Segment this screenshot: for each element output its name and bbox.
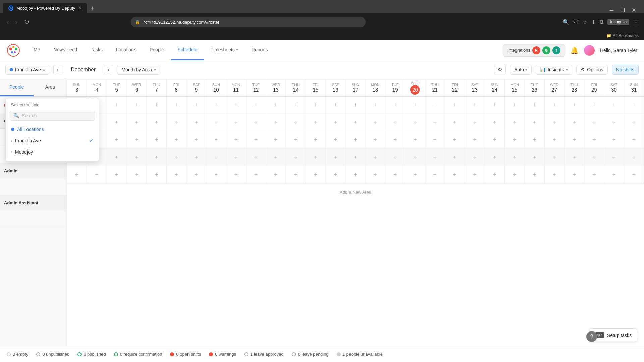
add-shift-btn-admin-asst-row-1-11[interactable]: +	[232, 171, 240, 179]
add-shift-btn-gm-row-1-31[interactable]: +	[630, 119, 638, 127]
add-shift-btn-gm-row-1-27[interactable]: +	[550, 119, 558, 127]
grid-cell-admin-asst-row-1-20[interactable]: +	[405, 166, 425, 183]
reload-button[interactable]: ↻	[23, 17, 31, 27]
grid-cell-gm-row-2-19[interactable]: +	[385, 131, 405, 148]
add-shift-btn-gm-row-1-28[interactable]: +	[570, 119, 578, 127]
grid-cell-admin-row-1-25[interactable]: +	[505, 149, 525, 166]
grid-cell-gm-row-1-13[interactable]: +	[266, 114, 286, 131]
grid-cell-gm-row-1-7[interactable]: +	[147, 114, 166, 131]
add-shift-btn-admin-asst-row-1-3[interactable]: +	[73, 171, 81, 179]
grid-cell-time-off-row-17[interactable]: +	[345, 97, 365, 114]
grid-cell-admin-row-1-12[interactable]: +	[246, 149, 266, 166]
add-shift-btn-gm-row-1-6[interactable]: +	[132, 119, 141, 127]
search-box[interactable]: 🔍	[10, 111, 95, 121]
add-shift-btn-admin-row-1-26[interactable]: +	[530, 154, 538, 162]
grid-cell-time-off-row-28[interactable]: +	[565, 97, 584, 114]
add-shift-btn-admin-row-1-17[interactable]: +	[352, 154, 360, 162]
grid-cell-admin-asst-row-1-31[interactable]: +	[624, 166, 644, 183]
add-shift-btn-gm-row-2-24[interactable]: +	[491, 136, 499, 144]
add-shift-btn-time-off-row-30[interactable]: +	[610, 101, 618, 109]
tab-close-btn[interactable]: ✕	[78, 6, 82, 10]
grid-cell-admin-asst-row-1-15[interactable]: +	[306, 166, 326, 183]
view-selector[interactable]: Month by Area ▾	[117, 65, 160, 75]
grid-cell-admin-asst-row-1-28[interactable]: +	[565, 166, 584, 183]
grid-cell-gm-row-1-26[interactable]: +	[525, 114, 544, 131]
grid-cell-admin-asst-row-1-26[interactable]: +	[525, 166, 544, 183]
add-shift-btn-admin-row-1-5[interactable]: +	[113, 154, 121, 162]
grid-cell-gm-row-2-15[interactable]: +	[306, 131, 326, 148]
add-shift-btn-gm-row-1-11[interactable]: +	[232, 119, 240, 127]
notifications-bell[interactable]: 🔔	[570, 46, 579, 54]
add-shift-btn-admin-asst-row-1-18[interactable]: +	[371, 171, 379, 179]
add-shift-btn-gm-row-1-20[interactable]: +	[411, 119, 419, 127]
add-shift-btn-time-off-row-14[interactable]: +	[292, 101, 300, 109]
grid-cell-gm-row-1-12[interactable]: +	[246, 114, 266, 131]
grid-cell-time-off-row-5[interactable]: +	[107, 97, 127, 114]
url-bar[interactable]: 🔒 7cf47d19112152.na.deputy.com/#roster	[131, 17, 366, 27]
bookmarks-label[interactable]: All Bookmarks	[613, 33, 639, 38]
grid-cell-time-off-row-15[interactable]: +	[306, 97, 326, 114]
grid-cell-gm-row-1-23[interactable]: +	[465, 114, 485, 131]
add-shift-btn-admin-row-1-31[interactable]: +	[630, 154, 638, 162]
close-button[interactable]: ✕	[632, 7, 636, 13]
help-button[interactable]: ?	[586, 331, 597, 342]
grid-cell-gm-row-1-27[interactable]: +	[545, 114, 565, 131]
add-shift-btn-gm-row-2-26[interactable]: +	[530, 136, 538, 144]
grid-cell-admin-row-1-27[interactable]: +	[545, 149, 565, 166]
add-shift-btn-admin-asst-row-1-9[interactable]: +	[192, 171, 200, 179]
add-shift-btn-time-off-row-28[interactable]: +	[570, 101, 578, 109]
add-shift-btn-gm-row-2-12[interactable]: +	[252, 136, 260, 144]
grid-cell-gm-row-2-27[interactable]: +	[545, 131, 565, 148]
add-shift-btn-time-off-row-19[interactable]: +	[391, 101, 399, 109]
grid-cell-time-off-row-9[interactable]: +	[186, 97, 206, 114]
grid-cell-time-off-row-14[interactable]: +	[286, 97, 306, 114]
tab-people[interactable]: People	[0, 79, 34, 96]
add-shift-btn-admin-row-1-7[interactable]: +	[152, 154, 160, 162]
add-shift-btn-admin-row-1-20[interactable]: +	[411, 154, 419, 162]
grid-cell-time-off-row-11[interactable]: +	[226, 97, 246, 114]
grid-cell-gm-row-1-20[interactable]: +	[405, 114, 425, 131]
add-shift-btn-time-off-row-20[interactable]: +	[411, 101, 419, 109]
add-shift-btn-gm-row-1-13[interactable]: +	[272, 119, 280, 127]
add-shift-btn-gm-row-1-17[interactable]: +	[352, 119, 360, 127]
grid-cell-gm-row-2-14[interactable]: +	[286, 131, 306, 148]
add-shift-btn-time-off-row-11[interactable]: +	[232, 101, 240, 109]
add-shift-btn-gm-row-1-10[interactable]: +	[212, 119, 220, 127]
add-shift-btn-admin-asst-row-1-22[interactable]: +	[451, 171, 459, 179]
add-shift-btn-time-off-row-16[interactable]: +	[331, 101, 339, 109]
add-shift-btn-gm-row-2-5[interactable]: +	[113, 136, 121, 144]
grid-cell-admin-row-1-20[interactable]: +	[405, 149, 425, 166]
add-shift-btn-admin-asst-row-1-29[interactable]: +	[590, 171, 598, 179]
grid-cell-admin-asst-row-1-23[interactable]: +	[465, 166, 485, 183]
add-shift-btn-gm-row-1-22[interactable]: +	[451, 119, 459, 127]
insights-button[interactable]: 📊 Insights ▾	[536, 65, 572, 75]
add-shift-btn-admin-row-1-6[interactable]: +	[132, 154, 141, 162]
add-shift-btn-gm-row-1-30[interactable]: +	[610, 119, 618, 127]
add-shift-btn-admin-row-1-25[interactable]: +	[511, 154, 519, 162]
add-shift-btn-gm-row-2-13[interactable]: +	[272, 136, 280, 144]
grid-cell-gm-row-1-28[interactable]: +	[565, 114, 584, 131]
grid-cell-gm-row-2-16[interactable]: +	[326, 131, 345, 148]
add-shift-btn-gm-row-2-7[interactable]: +	[152, 136, 160, 144]
grid-cell-time-off-row-24[interactable]: +	[485, 97, 505, 114]
add-shift-btn-gm-row-1-29[interactable]: +	[590, 119, 598, 127]
grid-cell-admin-asst-row-1-22[interactable]: +	[445, 166, 465, 183]
grid-cell-admin-asst-row-1-18[interactable]: +	[366, 166, 385, 183]
add-shift-btn-time-off-row-15[interactable]: +	[312, 101, 320, 109]
add-shift-btn-admin-row-1-30[interactable]: +	[610, 154, 618, 162]
add-shift-btn-gm-row-2-19[interactable]: +	[391, 136, 399, 144]
grid-cell-gm-row-1-29[interactable]: +	[584, 114, 604, 131]
grid-cell-admin-row-1-7[interactable]: +	[147, 149, 166, 166]
add-shift-btn-gm-row-2-17[interactable]: +	[352, 136, 360, 144]
add-shift-btn-admin-row-1-18[interactable]: +	[371, 154, 379, 162]
add-shift-btn-gm-row-2-18[interactable]: +	[371, 136, 379, 144]
grid-cell-gm-row-2-28[interactable]: +	[565, 131, 584, 148]
add-shift-btn-time-off-row-9[interactable]: +	[192, 101, 200, 109]
add-shift-btn-time-off-row-24[interactable]: +	[491, 101, 499, 109]
grid-cell-gm-row-1-18[interactable]: +	[366, 114, 385, 131]
add-shift-btn-admin-asst-row-1-10[interactable]: +	[212, 171, 220, 179]
add-shift-btn-time-off-row-12[interactable]: +	[252, 101, 260, 109]
grid-cell-gm-row-2-13[interactable]: +	[266, 131, 286, 148]
add-shift-btn-time-off-row-27[interactable]: +	[550, 101, 558, 109]
grid-cell-time-off-row-16[interactable]: +	[326, 97, 345, 114]
